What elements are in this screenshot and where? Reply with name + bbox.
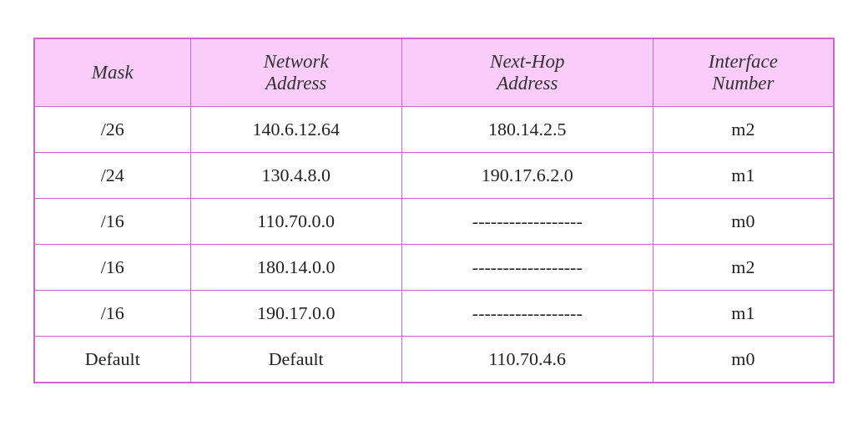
header-interface-number: InterfaceNumber	[653, 38, 834, 107]
table-row: /16 190.17.0.0 ------------------ m1	[34, 291, 834, 337]
header-network-address: NetworkAddress	[190, 38, 401, 107]
cell-interface-number: m0	[653, 199, 834, 245]
cell-network-address: 190.17.0.0	[190, 291, 401, 337]
header-nexthop-address: Next-HopAddress	[401, 38, 653, 107]
table-row: /16 180.14.0.0 ------------------ m2	[34, 245, 834, 291]
cell-nexthop-address: ------------------	[401, 245, 653, 291]
cell-network-address: 110.70.0.0	[190, 199, 401, 245]
cell-mask: /24	[34, 153, 190, 199]
cell-network-address: Default	[190, 337, 401, 383]
cell-nexthop-address: ------------------	[401, 199, 653, 245]
routing-table: Mask NetworkAddress Next-HopAddress Inte…	[33, 38, 835, 383]
cell-interface-number: m0	[653, 337, 834, 383]
table-row: /16 110.70.0.0 ------------------ m0	[34, 199, 834, 245]
cell-mask: /16	[34, 291, 190, 337]
cell-nexthop-address: ------------------	[401, 291, 653, 337]
table-row: /26 140.6.12.64 180.14.2.5 m2	[34, 107, 834, 153]
table-row: Default Default 110.70.4.6 m0	[34, 337, 834, 383]
cell-nexthop-address: 190.17.6.2.0	[401, 153, 653, 199]
table-header-row: Mask NetworkAddress Next-HopAddress Inte…	[34, 38, 834, 107]
cell-mask: Default	[34, 337, 190, 383]
cell-interface-number: m2	[653, 245, 834, 291]
cell-network-address: 130.4.8.0	[190, 153, 401, 199]
cell-interface-number: m1	[653, 153, 834, 199]
table-row: /24 130.4.8.0 190.17.6.2.0 m1	[34, 153, 834, 199]
cell-network-address: 140.6.12.64	[190, 107, 401, 153]
cell-interface-number: m1	[653, 291, 834, 337]
header-mask: Mask	[34, 38, 190, 107]
cell-mask: /26	[34, 107, 190, 153]
cell-mask: /16	[34, 245, 190, 291]
cell-nexthop-address: 180.14.2.5	[401, 107, 653, 153]
routing-table-container: Mask NetworkAddress Next-HopAddress Inte…	[33, 38, 835, 383]
cell-mask: /16	[34, 199, 190, 245]
cell-interface-number: m2	[653, 107, 834, 153]
cell-nexthop-address: 110.70.4.6	[401, 337, 653, 383]
cell-network-address: 180.14.0.0	[190, 245, 401, 291]
